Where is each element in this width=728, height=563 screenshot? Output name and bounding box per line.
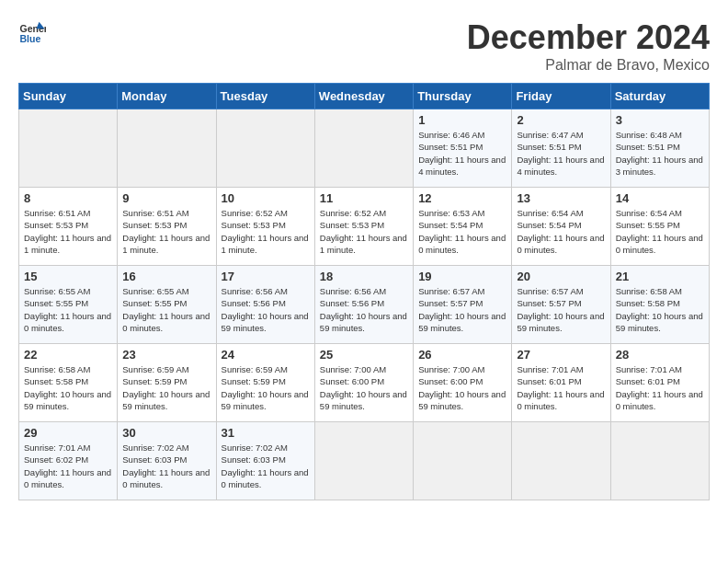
- calendar-cell: 2Sunrise: 6:47 AMSunset: 5:51 PMDaylight…: [512, 109, 610, 188]
- header-monday: Monday: [118, 84, 216, 109]
- calendar-cell: 10Sunrise: 6:52 AMSunset: 5:53 PMDayligh…: [216, 188, 314, 266]
- day-info: Sunrise: 6:52 AMSunset: 5:53 PMDaylight:…: [222, 207, 310, 256]
- calendar-cell: 22Sunrise: 6:58 AMSunset: 5:58 PMDayligh…: [19, 344, 118, 422]
- day-number: 13: [517, 191, 605, 205]
- day-info: Sunrise: 7:00 AMSunset: 6:00 PMDaylight:…: [320, 363, 408, 412]
- calendar-cell: 28Sunrise: 7:01 AMSunset: 6:01 PMDayligh…: [610, 344, 709, 422]
- header-sunday: Sunday: [19, 84, 118, 109]
- header-friday: Friday: [512, 84, 610, 109]
- day-number: 14: [616, 191, 704, 205]
- logo-icon: General Blue: [18, 18, 46, 46]
- day-info: Sunrise: 6:53 AMSunset: 5:54 PMDaylight:…: [418, 207, 506, 256]
- day-number: 3: [616, 113, 704, 127]
- header-tuesday: Tuesday: [216, 84, 314, 109]
- day-info: Sunrise: 6:51 AMSunset: 5:53 PMDaylight:…: [122, 207, 210, 256]
- calendar-cell: 16Sunrise: 6:55 AMSunset: 5:55 PMDayligh…: [118, 266, 216, 344]
- day-number: 8: [24, 191, 112, 205]
- calendar-cell: [610, 422, 709, 500]
- calendar-cell: 18Sunrise: 6:56 AMSunset: 5:56 PMDayligh…: [314, 266, 413, 344]
- day-number: 25: [320, 348, 408, 362]
- day-info: Sunrise: 6:54 AMSunset: 5:55 PMDaylight:…: [616, 207, 704, 256]
- calendar-cell: [314, 422, 413, 500]
- day-number: 31: [222, 426, 310, 440]
- day-number: 30: [122, 426, 210, 440]
- calendar-header-row: SundayMondayTuesdayWednesdayThursdayFrid…: [19, 84, 710, 109]
- day-info: Sunrise: 6:47 AMSunset: 5:51 PMDaylight:…: [517, 129, 605, 178]
- calendar-cell: 30Sunrise: 7:02 AMSunset: 6:03 PMDayligh…: [118, 422, 216, 500]
- day-number: 22: [24, 348, 112, 362]
- location-title: Palmar de Bravo, Mexico: [467, 57, 710, 74]
- header-thursday: Thursday: [414, 84, 512, 109]
- calendar-week-row: 8Sunrise: 6:51 AMSunset: 5:53 PMDaylight…: [19, 188, 710, 266]
- day-info: Sunrise: 6:57 AMSunset: 5:57 PMDaylight:…: [418, 285, 506, 334]
- calendar-cell: 26Sunrise: 7:00 AMSunset: 6:00 PMDayligh…: [414, 344, 512, 422]
- day-info: Sunrise: 7:02 AMSunset: 6:03 PMDaylight:…: [122, 442, 210, 490]
- day-number: 17: [222, 270, 310, 283]
- calendar-cell: 17Sunrise: 6:56 AMSunset: 5:56 PMDayligh…: [216, 266, 314, 344]
- day-info: Sunrise: 6:58 AMSunset: 5:58 PMDaylight:…: [616, 285, 704, 334]
- day-number: 27: [517, 348, 605, 362]
- calendar-cell: [118, 109, 216, 188]
- day-number: 2: [517, 113, 605, 127]
- day-info: Sunrise: 7:01 AMSunset: 6:02 PMDaylight:…: [24, 442, 112, 490]
- day-number: 11: [320, 191, 408, 205]
- day-info: Sunrise: 7:01 AMSunset: 6:01 PMDaylight:…: [517, 363, 605, 412]
- calendar-cell: 12Sunrise: 6:53 AMSunset: 5:54 PMDayligh…: [414, 188, 512, 266]
- day-info: Sunrise: 7:01 AMSunset: 6:01 PMDaylight:…: [616, 363, 704, 412]
- title-area: December 2024 Palmar de Bravo, Mexico: [467, 18, 710, 74]
- day-info: Sunrise: 6:56 AMSunset: 5:56 PMDaylight:…: [320, 285, 408, 334]
- calendar-week-row: 29Sunrise: 7:01 AMSunset: 6:02 PMDayligh…: [19, 422, 710, 500]
- month-title: December 2024: [467, 18, 710, 57]
- calendar-cell: 3Sunrise: 6:48 AMSunset: 5:51 PMDaylight…: [610, 109, 709, 188]
- day-info: Sunrise: 6:48 AMSunset: 5:51 PMDaylight:…: [616, 129, 704, 178]
- calendar-cell: 25Sunrise: 7:00 AMSunset: 6:00 PMDayligh…: [314, 344, 413, 422]
- day-info: Sunrise: 6:57 AMSunset: 5:57 PMDaylight:…: [517, 285, 605, 334]
- calendar-cell: [414, 422, 512, 500]
- calendar-cell: 9Sunrise: 6:51 AMSunset: 5:53 PMDaylight…: [118, 188, 216, 266]
- calendar-week-row: 15Sunrise: 6:55 AMSunset: 5:55 PMDayligh…: [19, 266, 710, 344]
- day-info: Sunrise: 6:59 AMSunset: 5:59 PMDaylight:…: [122, 363, 210, 412]
- calendar-cell: 11Sunrise: 6:52 AMSunset: 5:53 PMDayligh…: [314, 188, 413, 266]
- calendar-cell: 21Sunrise: 6:58 AMSunset: 5:58 PMDayligh…: [610, 266, 709, 344]
- calendar-cell: [314, 109, 413, 188]
- day-number: 10: [222, 191, 310, 205]
- header-saturday: Saturday: [610, 84, 709, 109]
- day-number: 29: [24, 426, 112, 440]
- calendar-cell: 29Sunrise: 7:01 AMSunset: 6:02 PMDayligh…: [19, 422, 118, 500]
- day-info: Sunrise: 6:46 AMSunset: 5:51 PMDaylight:…: [418, 129, 506, 178]
- calendar-week-row: 22Sunrise: 6:58 AMSunset: 5:58 PMDayligh…: [19, 344, 710, 422]
- calendar-cell: [512, 422, 610, 500]
- day-number: 24: [222, 348, 310, 362]
- calendar-cell: 24Sunrise: 6:59 AMSunset: 5:59 PMDayligh…: [216, 344, 314, 422]
- day-info: Sunrise: 6:55 AMSunset: 5:55 PMDaylight:…: [122, 285, 210, 334]
- header: General Blue December 2024 Palmar de Bra…: [18, 18, 710, 74]
- day-info: Sunrise: 7:02 AMSunset: 6:03 PMDaylight:…: [222, 442, 310, 490]
- day-number: 21: [616, 270, 704, 283]
- day-info: Sunrise: 6:55 AMSunset: 5:55 PMDaylight:…: [24, 285, 112, 334]
- calendar-cell: 20Sunrise: 6:57 AMSunset: 5:57 PMDayligh…: [512, 266, 610, 344]
- calendar-cell: 27Sunrise: 7:01 AMSunset: 6:01 PMDayligh…: [512, 344, 610, 422]
- day-number: 20: [517, 270, 605, 283]
- day-info: Sunrise: 6:52 AMSunset: 5:53 PMDaylight:…: [320, 207, 408, 256]
- calendar-cell: [216, 109, 314, 188]
- calendar-cell: 8Sunrise: 6:51 AMSunset: 5:53 PMDaylight…: [19, 188, 118, 266]
- day-number: 19: [418, 270, 506, 283]
- day-number: 23: [122, 348, 210, 362]
- day-number: 16: [122, 270, 210, 283]
- calendar-cell: 14Sunrise: 6:54 AMSunset: 5:55 PMDayligh…: [610, 188, 709, 266]
- calendar-week-row: 1Sunrise: 6:46 AMSunset: 5:51 PMDaylight…: [19, 109, 710, 188]
- day-number: 18: [320, 270, 408, 283]
- calendar-cell: 13Sunrise: 6:54 AMSunset: 5:54 PMDayligh…: [512, 188, 610, 266]
- calendar-cell: 15Sunrise: 6:55 AMSunset: 5:55 PMDayligh…: [19, 266, 118, 344]
- day-number: 12: [418, 191, 506, 205]
- day-info: Sunrise: 6:58 AMSunset: 5:58 PMDaylight:…: [24, 363, 112, 412]
- day-info: Sunrise: 6:59 AMSunset: 5:59 PMDaylight:…: [222, 363, 310, 412]
- day-info: Sunrise: 6:56 AMSunset: 5:56 PMDaylight:…: [222, 285, 310, 334]
- day-number: 15: [24, 270, 112, 283]
- calendar-table: SundayMondayTuesdayWednesdayThursdayFrid…: [18, 83, 710, 500]
- calendar-cell: 23Sunrise: 6:59 AMSunset: 5:59 PMDayligh…: [118, 344, 216, 422]
- day-number: 9: [122, 191, 210, 205]
- calendar-cell: 31Sunrise: 7:02 AMSunset: 6:03 PMDayligh…: [216, 422, 314, 500]
- calendar-cell: 1Sunrise: 6:46 AMSunset: 5:51 PMDaylight…: [414, 109, 512, 188]
- day-number: 28: [616, 348, 704, 362]
